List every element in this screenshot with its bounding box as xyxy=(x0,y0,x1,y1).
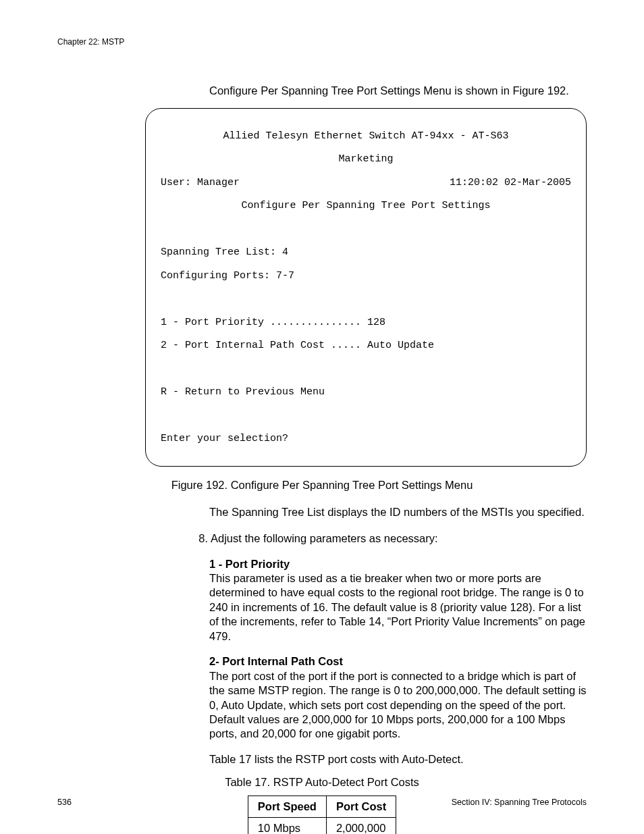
paragraph-after-figure: The Spanning Tree List displays the ID n… xyxy=(209,505,587,519)
terminal-option-r: R - Return to Previous Menu xyxy=(161,386,571,398)
terminal-option-1: 1 - Port Priority ............... 128 xyxy=(161,317,571,328)
running-header: Chapter 22: MSTP xyxy=(57,37,587,47)
step-8: 8. Adjust the following parameters as ne… xyxy=(188,531,587,546)
page-footer: 536 Section IV: Spanning Tree Protocols xyxy=(57,798,587,807)
terminal-timestamp: 11:20:02 02-Mar-2005 xyxy=(450,177,571,188)
param-port-internal-path-cost: 2- Port Internal Path Cost The port cost… xyxy=(209,654,587,741)
section-label: Section IV: Spanning Tree Protocols xyxy=(452,798,587,807)
cell-speed: 10 Mbps xyxy=(248,818,326,834)
terminal-cfg: Configuring Ports: 7-7 xyxy=(161,270,571,282)
terminal-menu-title: Configure Per Spanning Tree Port Setting… xyxy=(161,200,571,211)
param-title: 1 - Port Priority xyxy=(209,557,587,571)
paragraph-before-table: Table 17 lists the RSTP port costs with … xyxy=(209,752,587,766)
terminal-title-2: Marketing xyxy=(161,153,571,165)
step-number: 8. xyxy=(188,531,211,546)
terminal-blank xyxy=(161,410,571,421)
terminal-prompt: Enter your selection? xyxy=(161,433,571,444)
terminal-blank xyxy=(161,363,571,375)
terminal-option-2: 2 - Port Internal Path Cost ..... Auto U… xyxy=(161,340,571,351)
terminal-user: User: Manager xyxy=(161,177,240,188)
param-port-priority: 1 - Port Priority This parameter is used… xyxy=(209,557,587,644)
param-title: 2- Port Internal Path Cost xyxy=(209,654,587,669)
table-row: 10 Mbps 2,000,000 xyxy=(248,818,396,834)
figure-caption: Figure 192. Configure Per Spanning Tree … xyxy=(57,479,587,492)
page-number: 536 xyxy=(57,798,72,807)
table-caption: Table 17. RSTP Auto-Detect Port Costs xyxy=(57,776,587,789)
terminal-screenshot: Allied Telesyn Ethernet Switch AT-94xx -… xyxy=(145,108,587,466)
param-body: The port cost of the port if the port is… xyxy=(209,669,587,741)
terminal-title-1: Allied Telesyn Ethernet Switch AT-94xx -… xyxy=(161,130,571,142)
terminal-stl: Spanning Tree List: 4 xyxy=(161,246,571,258)
step-text: Adjust the following parameters as neces… xyxy=(211,531,587,546)
intro-paragraph: Configure Per Spanning Tree Port Setting… xyxy=(209,84,587,98)
terminal-blank xyxy=(161,293,571,305)
terminal-blank xyxy=(161,224,571,235)
cell-cost: 2,000,000 xyxy=(326,818,396,834)
param-body: This parameter is used as a tie breaker … xyxy=(209,571,587,644)
